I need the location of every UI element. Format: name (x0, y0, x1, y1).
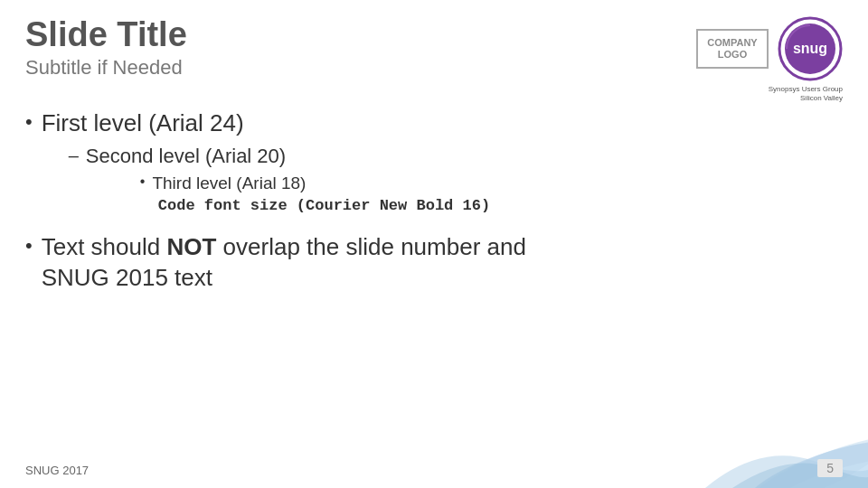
company-label-line2: LOGO (718, 49, 747, 60)
svg-text:snug: snug (793, 41, 827, 56)
bullet-1-1-1-text: Third level (Arial 18) (152, 172, 306, 196)
title-block: Slide Title Subtitle if Needed (25, 16, 187, 80)
bullet-dot-sm-1: • (140, 174, 146, 190)
org-line1: Synopsys Users Group (769, 85, 843, 94)
code-line: Code font size (Courier New Bold 16) (158, 197, 490, 214)
slide-title: Slide Title (25, 16, 187, 54)
footer-left: SNUG 2017 (25, 464, 89, 477)
bullet-dot-1: • (25, 110, 33, 134)
bullet-2-line1: Text should NOT overlap the slide number… (42, 233, 526, 260)
footer: SNUG 2017 5 (25, 459, 843, 477)
bullet-dash-1: – (69, 145, 79, 166)
org-line2: Silicon Valley (769, 94, 843, 103)
bullet-2: • Text should NOT overlap the slide numb… (25, 232, 687, 294)
bullet-2-part1: Text should (42, 233, 167, 260)
bullet-dot-2: • (25, 234, 33, 258)
bullet-1: • First level (Arial 24) – Second level … (25, 108, 687, 214)
bullet-1-1-1: • Third level (Arial 18) (140, 172, 490, 196)
bullet-1-text: First level (Arial 24) (42, 109, 244, 136)
bullet-2-line2: SNUG 2015 text (42, 264, 212, 291)
snug-logo: snug (778, 16, 843, 81)
code-text: Code font size (Courier New Bold 16) (158, 197, 490, 214)
bullet-1-1: – Second level (Arial 20) • Third level … (69, 145, 490, 215)
page-number: 5 (817, 459, 843, 477)
bullet-level3-group: • Third level (Arial 18) Code font size … (140, 172, 490, 215)
company-logo: COMPANY LOGO (696, 29, 769, 69)
slide: Slide Title Subtitle if Needed COMPANY L… (0, 0, 868, 488)
header: Slide Title Subtitle if Needed COMPANY L… (25, 16, 843, 104)
org-name: Synopsys Users Group Silicon Valley (769, 85, 843, 104)
bullet-2-bold: NOT (166, 233, 216, 260)
logo-group: COMPANY LOGO snug Synopsys Users Group S… (696, 16, 843, 104)
company-label-line1: COMPANY (707, 37, 757, 48)
content-area: • First level (Arial 24) – Second level … (25, 108, 687, 306)
slide-subtitle: Subtitle if Needed (25, 56, 187, 80)
bullet-1-1-text: Second level (Arial 20) (86, 145, 286, 167)
bullet-2-part2: overlap the slide number and (216, 233, 526, 260)
